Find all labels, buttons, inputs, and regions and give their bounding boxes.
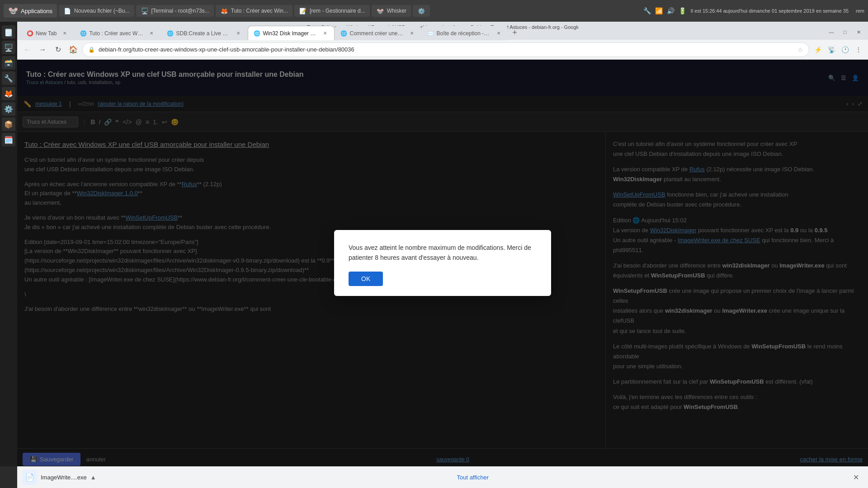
taskbar-terminal-label: [Terminal - root@n73s... (151, 8, 209, 14)
tab-close-comment[interactable]: ✕ (408, 30, 415, 37)
tab-close-sdb[interactable]: ✕ (235, 30, 242, 37)
page-content: Tuto : Créer avec Windows XP une clef US… (17, 60, 868, 466)
tab-favicon-win32: 🌐 (254, 30, 260, 37)
taskbar-rem[interactable]: 📝 [rem - Gestionnaire d... (294, 5, 370, 17)
maximize-button[interactable]: □ (839, 28, 851, 36)
download-item: 📄 ImageWrite....exe ▲ (23, 470, 96, 485)
tray-icon-1: 🔧 (643, 6, 652, 15)
close-button[interactable]: ✕ (853, 28, 864, 36)
tab-label-sdb: SDB:Create a Live USB... (176, 30, 230, 37)
applications-label: Applications (21, 8, 52, 14)
home-button[interactable]: 🏠 (67, 43, 80, 56)
download-file-icon: 📄 (23, 470, 37, 485)
side-icon-firefox[interactable]: 🦊 (2, 87, 15, 100)
cast-icon[interactable]: 📡 (826, 44, 837, 56)
taskbar-left: 🐭 Applications 📄 Nouveau fichier (~Bu...… (4, 4, 641, 18)
tab-win32[interactable]: 🌐 Win32 Disk Imager - Bro... ✕ (248, 26, 335, 40)
tab-label-boite: Boîte de réception - rem... (436, 30, 491, 37)
taskbar-chrome[interactable]: ⚙️ (413, 5, 430, 17)
side-icon-files[interactable]: 🗃️ (2, 56, 15, 70)
chrome-window: Tuto : Créer avec Windows XP une clef US… (17, 22, 868, 466)
tab-close-boite[interactable]: ✕ (495, 30, 502, 37)
settings-icon[interactable]: ⋮ (853, 44, 864, 56)
applications-icon: 🐭 (8, 6, 18, 16)
lock-icon: 🔒 (88, 47, 95, 53)
tab-favicon-sdb: 🌐 (167, 30, 173, 37)
side-icon-gear[interactable]: ⚙️ (2, 102, 15, 116)
tab-label-win32: Win32 Disk Imager - Bro... (263, 30, 317, 37)
taskbar-whisker-label: Whisker (387, 8, 406, 14)
tab-favicon-comment: 🌐 (340, 30, 347, 37)
side-icon-terminal[interactable]: 🖥️ (2, 41, 15, 54)
bookmark-icon: ☆ (797, 46, 803, 53)
address-url: debian-fr.org/tuto-creer-avec-windows-xp… (99, 46, 794, 53)
side-icons-bar: 🗒️ 🖥️ 🗃️ 🔧 🦊 ⚙️ 📦 🗓️ (0, 22, 17, 466)
minimize-button[interactable]: — (826, 28, 837, 36)
taskbar-nouveau-label: Nouveau fichier (~Bu... (74, 8, 129, 14)
nouveau-fichier-icon: 📄 (63, 7, 71, 15)
tab-close-new[interactable]: ✕ (61, 30, 68, 37)
rem-display: rem (856, 8, 864, 14)
chrome-titlebar: Tuto : Créer avec Windows XP une clef US… (17, 22, 868, 40)
side-icon-calendar[interactable]: 🗓️ (2, 133, 15, 146)
tab-boite[interactable]: ✉️ Boîte de réception - rem... ✕ (421, 26, 508, 40)
tab-close-win32[interactable]: ✕ (321, 30, 329, 37)
taskbar-terminal[interactable]: 🖥️ [Terminal - root@n73s... (136, 5, 214, 17)
tab-new-tab[interactable]: ⭕ New Tab ✕ (21, 26, 74, 40)
taskbar-tuto-label: Tuto : Créer avec Win... (231, 8, 288, 14)
side-icon-settings[interactable]: 🔧 (2, 71, 15, 85)
tout-afficher-link[interactable]: Tout afficher (457, 474, 489, 481)
chrome-toolbar: ← → ↻ 🏠 🔒 debian-fr.org/tuto-creer-avec-… (17, 40, 868, 60)
taskbar-nouveau-fichier[interactable]: 📄 Nouveau fichier (~Bu... (59, 5, 134, 17)
download-chevron-icon[interactable]: ▲ (90, 474, 96, 481)
tab-favicon-new: ⭕ (27, 30, 33, 37)
tab-label-comment: Comment créer une clé... (349, 30, 404, 37)
tray-icon-2: 📶 (655, 6, 664, 15)
side-icon-package[interactable]: 📦 (2, 117, 15, 131)
tab-label-new: New Tab (36, 30, 57, 37)
taskbar-tuto[interactable]: 🦊 Tuto : Créer avec Win... (216, 5, 292, 17)
download-bar: 📄 ImageWrite....exe ▲ Tout afficher ✕ (17, 466, 868, 488)
taskbar-right: 🔧 📶 🔊 🔋 Il est 15:26:44 aujourd'hui dima… (643, 6, 864, 15)
tab-sdb[interactable]: 🌐 SDB:Create a Live USB... ✕ (161, 26, 248, 40)
tab-label-tuto: Tuto : Créer avec Windo... (89, 30, 143, 37)
taskbar: 🐭 Applications 📄 Nouveau fichier (~Bu...… (0, 0, 868, 22)
taskbar-rem-label: [rem - Gestionnaire d... (310, 8, 365, 14)
history-icon[interactable]: 🕐 (839, 44, 851, 56)
back-button[interactable]: ← (21, 43, 33, 56)
tuto-icon: 🦊 (220, 7, 228, 15)
address-bar[interactable]: 🔒 debian-fr.org/tuto-creer-avec-windows-… (82, 42, 809, 57)
forward-button[interactable]: → (36, 43, 49, 56)
tab-close-tuto[interactable]: ✕ (148, 30, 155, 37)
whisker-icon: 🐭 (376, 7, 384, 15)
applications-menu[interactable]: 🐭 Applications (4, 4, 57, 18)
tab-favicon-boite: ✉️ (427, 30, 434, 37)
extensions-icon[interactable]: ⚡ (812, 44, 824, 56)
datetime-display: Il est 15:26:44 aujourd'hui dimanche 01 … (691, 8, 849, 14)
tray-icon-4: 🔋 (678, 6, 687, 15)
toolbar-right-icons: ⚡ 📡 🕐 ⋮ (812, 44, 864, 56)
tab-comment[interactable]: 🌐 Comment créer une clé... ✕ (335, 26, 421, 40)
modal-ok-button[interactable]: OK (349, 272, 383, 286)
taskbar-whisker[interactable]: 🐭 Whisker (372, 5, 411, 17)
modal-message: Vous avez atteint le nombre maximum de m… (349, 243, 537, 263)
modal-box: Vous avez atteint le nombre maximum de m… (334, 230, 551, 296)
chrome-taskbar-icon: ⚙️ (417, 7, 425, 15)
tray-icon-3: 🔊 (666, 6, 675, 15)
side-icon-notes[interactable]: 🗒️ (2, 25, 15, 39)
rem-icon: 📝 (299, 7, 307, 15)
tab-tuto[interactable]: 🌐 Tuto : Créer avec Windo... ✕ (74, 26, 161, 40)
modal-overlay: Vous avez atteint le nombre maximum de m… (17, 60, 868, 466)
system-tray: 🔧 📶 🔊 🔋 (643, 6, 687, 15)
download-close-button[interactable]: ✕ (849, 471, 863, 483)
terminal-icon: 🖥️ (141, 7, 149, 15)
reload-button[interactable]: ↻ (52, 43, 64, 56)
chrome-window-controls: — □ ✕ (822, 28, 868, 40)
tab-favicon-tuto: 🌐 (80, 30, 86, 37)
download-filename: ImageWrite....exe (41, 474, 87, 481)
